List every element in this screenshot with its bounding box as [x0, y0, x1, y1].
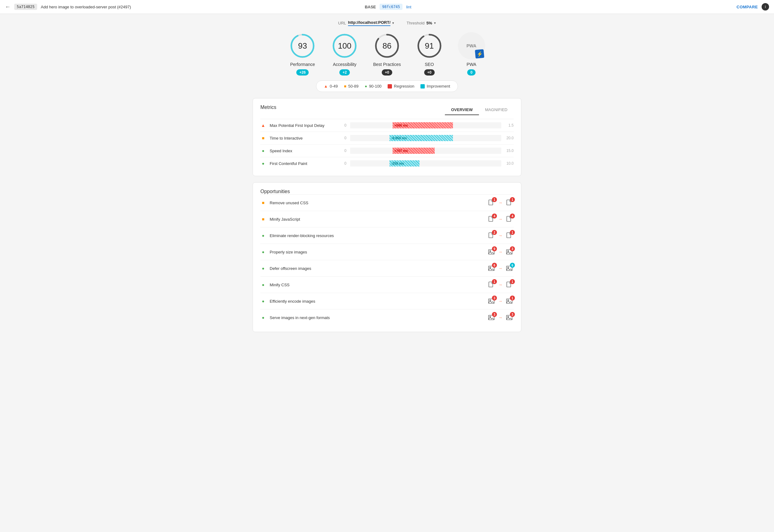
- tti-bar: -9,950 ms: [390, 135, 453, 141]
- pwa-badge: 0: [467, 69, 476, 76]
- threshold-dropdown-arrow: ▾: [434, 21, 436, 25]
- defer-offscreen-arrow-icon: →: [498, 266, 503, 271]
- tab-magnified[interactable]: MAGNIFIED: [479, 105, 514, 115]
- legend-square-icon: ■: [344, 84, 346, 89]
- pwa-lightning-icon: ⚡: [475, 49, 484, 58]
- fcp-indicator: ●: [260, 161, 266, 166]
- speed-name: Speed Index: [270, 149, 338, 153]
- metric-row-fid: ▲ Max Potential First Input Delay 0 +566…: [260, 119, 514, 132]
- unused-css-name: Remove unused CSS: [270, 201, 483, 205]
- minify-js-from-icon: 4: [487, 215, 496, 223]
- metric-row-tti: ■ Time to Interactive 0 -9,950 ms 20.0: [260, 132, 514, 144]
- back-button[interactable]: ←: [5, 4, 11, 10]
- url-selector[interactable]: URL http://localhost:PORT/ ▾: [338, 20, 394, 26]
- fid-zero: 0: [341, 123, 346, 128]
- lint-label: lint: [406, 5, 412, 9]
- performance-badge: +26: [296, 69, 309, 76]
- opp-row-unused-css: ■ Remove unused CSS 1 → 1: [260, 194, 514, 211]
- svg-point-21: [508, 267, 509, 268]
- fid-name: Max Potential First Input Delay: [270, 123, 338, 128]
- legend-regression: Regression: [388, 84, 414, 89]
- legend: ▲ 0-49 ■ 50-89 ● 90-100 Regression Impro…: [316, 80, 458, 92]
- speed-indicator: ●: [260, 148, 266, 153]
- legend-90-100-label: 90-100: [369, 84, 381, 89]
- defer-offscreen-from-icon: 6: [487, 264, 496, 273]
- encode-images-to-badge: 1: [510, 296, 515, 301]
- legend-50-89-label: 50-89: [348, 84, 358, 89]
- metrics-header: Metrics OVERVIEW MAGNIFIED: [260, 105, 514, 115]
- metrics-title: Metrics: [260, 105, 276, 110]
- fid-bar-wrap: +566 ms: [350, 122, 501, 128]
- svg-point-17: [508, 250, 509, 252]
- unused-css-to-icon: 1: [505, 198, 514, 207]
- info-button[interactable]: i: [762, 3, 769, 11]
- url-label: URL: [338, 21, 346, 25]
- defer-offscreen-from-badge: 6: [492, 263, 497, 268]
- legend-improvement-label: Improvement: [427, 84, 450, 89]
- svg-point-19: [490, 267, 491, 268]
- metric-row-fcp: ● First Contentful Paint 0 -259 ms 10.0: [260, 157, 514, 170]
- legend-triangle-icon: ▲: [324, 84, 328, 89]
- url-bar: URL http://localhost:PORT/ ▾ Threshold 5…: [253, 20, 521, 26]
- encode-images-arrow-icon: →: [498, 299, 503, 304]
- score-pwa: PWA ⚡ PWA 0: [458, 32, 485, 76]
- speed-magnified: 15.0: [505, 149, 514, 153]
- fcp-bar: -259 ms: [390, 160, 420, 167]
- legend-regression-label: Regression: [394, 84, 414, 89]
- minify-js-to-icon: 4: [505, 215, 514, 223]
- render-blocking-from-badge: 2: [492, 230, 497, 235]
- pwa-icon-wrap: PWA ⚡: [458, 32, 485, 59]
- compare-commit-badge[interactable]: 98fc6745: [379, 4, 403, 10]
- minify-css-to-icon: 1: [505, 280, 514, 289]
- render-blocking-indicator: ●: [260, 233, 266, 238]
- svg-point-15: [490, 250, 491, 252]
- minify-js-icons: 4 → 4: [487, 215, 514, 223]
- opp-row-render-blocking: ● Eliminate render-blocking resources 2 …: [260, 227, 514, 244]
- minify-css-name: Minify CSS: [270, 283, 483, 287]
- base-label: BASE: [365, 5, 376, 9]
- nextgen-name: Serve images in next-gen formats: [270, 315, 483, 320]
- minify-css-icons: 1 → 1: [487, 280, 514, 289]
- legend-regression-color: [388, 84, 392, 89]
- properly-size-indicator: ●: [260, 249, 266, 254]
- opp-row-minify-css: ● Minify CSS 1 → 1: [260, 276, 514, 293]
- opportunities-card: Opportunities ■ Remove unused CSS 1 → 1 …: [253, 182, 521, 332]
- minify-js-to-badge: 4: [510, 214, 515, 218]
- legend-0-49-label: 0-49: [330, 84, 338, 89]
- legend-improvement-color: [421, 84, 425, 89]
- fcp-zero: 0: [341, 161, 346, 166]
- defer-offscreen-to-badge: 6: [510, 263, 515, 268]
- threshold-selector[interactable]: Threshold 5% ▾: [407, 21, 436, 25]
- performance-circle: 93: [289, 32, 316, 59]
- accessibility-circle: 100: [331, 32, 358, 59]
- svg-point-29: [490, 316, 491, 317]
- seo-circle: 91: [416, 32, 443, 59]
- performance-label: Performance: [290, 62, 315, 67]
- speed-bar: +767 ms: [393, 148, 435, 154]
- encode-images-from-icon: 3: [487, 297, 496, 305]
- fcp-magnified: 10.0: [505, 161, 514, 166]
- compare-button[interactable]: COMPARE: [737, 5, 758, 9]
- encode-images-indicator: ●: [260, 299, 266, 304]
- tti-indicator: ■: [260, 136, 266, 141]
- tab-overview[interactable]: OVERVIEW: [445, 105, 479, 115]
- render-blocking-icons: 2 → 1: [487, 231, 514, 240]
- nextgen-indicator: ●: [260, 315, 266, 320]
- minify-css-from-badge: 1: [492, 279, 497, 284]
- best-practices-score: 86: [383, 41, 392, 51]
- opp-row-encode-images: ● Efficiently encode images 3 → 1: [260, 293, 514, 309]
- tti-name: Time to Interactive: [270, 136, 338, 141]
- seo-score: 91: [425, 41, 434, 51]
- properly-size-to-badge: 3: [510, 246, 515, 251]
- defer-offscreen-name: Defer offscreen images: [270, 266, 483, 271]
- defer-offscreen-icons: 6 → 6: [487, 264, 514, 273]
- metrics-tabs: OVERVIEW MAGNIFIED: [445, 105, 514, 115]
- minify-css-indicator: ●: [260, 282, 266, 287]
- opp-row-defer-offscreen: ● Defer offscreen images 6 → 6: [260, 260, 514, 276]
- unused-css-indicator: ■: [260, 200, 266, 205]
- score-performance: 93 Performance +26: [289, 32, 316, 76]
- svg-point-31: [508, 316, 509, 317]
- opp-row-nextgen: ● Serve images in next-gen formats 3 → 3: [260, 309, 514, 326]
- minify-js-from-badge: 4: [492, 214, 497, 218]
- defer-offscreen-indicator: ●: [260, 266, 266, 271]
